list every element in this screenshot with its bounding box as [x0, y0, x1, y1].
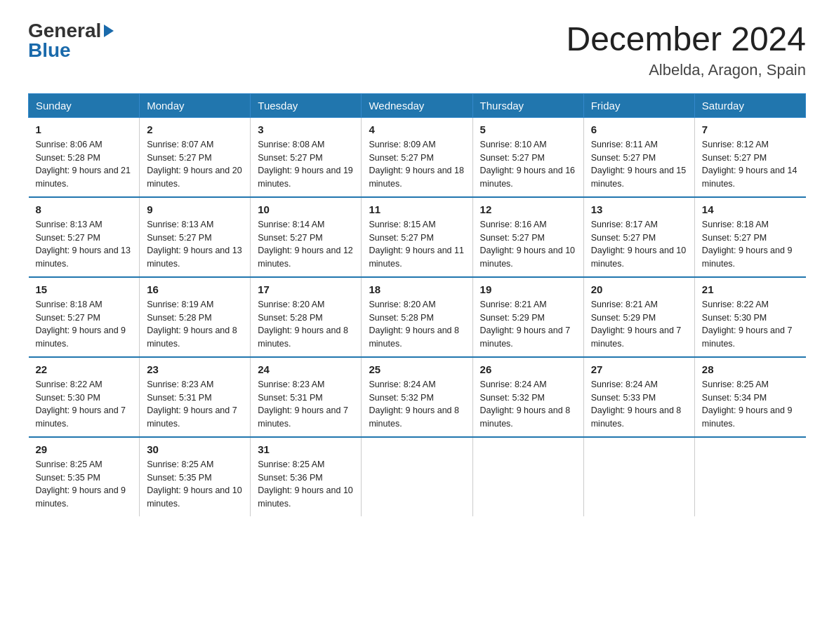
- day-number: 5: [480, 123, 576, 135]
- calendar-cell: 21 Sunrise: 8:22 AMSunset: 5:30 PMDaylig…: [694, 277, 805, 357]
- logo: General Blue: [28, 21, 114, 60]
- day-info: Sunrise: 8:07 AMSunset: 5:27 PMDaylight:…: [147, 138, 243, 191]
- day-number: 25: [369, 363, 465, 375]
- day-info: Sunrise: 8:10 AMSunset: 5:27 PMDaylight:…: [480, 138, 576, 191]
- day-number: 20: [591, 283, 687, 295]
- calendar-week-row: 29 Sunrise: 8:25 AMSunset: 5:35 PMDaylig…: [29, 437, 806, 516]
- day-info: Sunrise: 8:20 AMSunset: 5:28 PMDaylight:…: [258, 298, 354, 351]
- calendar-cell: 4 Sunrise: 8:09 AMSunset: 5:27 PMDayligh…: [362, 117, 472, 197]
- calendar-cell: [362, 437, 472, 516]
- calendar-week-row: 8 Sunrise: 8:13 AMSunset: 5:27 PMDayligh…: [29, 197, 806, 277]
- calendar-cell: 30 Sunrise: 8:25 AMSunset: 5:35 PMDaylig…: [140, 437, 251, 516]
- day-number: 31: [258, 443, 354, 455]
- day-number: 18: [369, 283, 465, 295]
- day-info: Sunrise: 8:18 AMSunset: 5:27 PMDaylight:…: [702, 218, 799, 271]
- calendar-cell: 2 Sunrise: 8:07 AMSunset: 5:27 PMDayligh…: [140, 117, 251, 197]
- day-number: 8: [36, 203, 133, 215]
- day-info: Sunrise: 8:19 AMSunset: 5:28 PMDaylight:…: [147, 298, 243, 351]
- day-number: 23: [147, 363, 243, 375]
- calendar-cell: 23 Sunrise: 8:23 AMSunset: 5:31 PMDaylig…: [140, 357, 251, 437]
- logo-blue-text: Blue: [28, 41, 71, 60]
- day-info: Sunrise: 8:13 AMSunset: 5:27 PMDaylight:…: [36, 218, 133, 271]
- day-number: 30: [147, 443, 243, 455]
- day-number: 29: [36, 443, 133, 455]
- calendar-cell: 11 Sunrise: 8:15 AMSunset: 5:27 PMDaylig…: [362, 197, 472, 277]
- calendar-cell: 27 Sunrise: 8:24 AMSunset: 5:33 PMDaylig…: [583, 357, 694, 437]
- day-info: Sunrise: 8:18 AMSunset: 5:27 PMDaylight:…: [36, 298, 133, 351]
- calendar-cell: 17 Sunrise: 8:20 AMSunset: 5:28 PMDaylig…: [251, 277, 362, 357]
- calendar-cell: 24 Sunrise: 8:23 AMSunset: 5:31 PMDaylig…: [251, 357, 362, 437]
- day-info: Sunrise: 8:23 AMSunset: 5:31 PMDaylight:…: [147, 378, 243, 431]
- day-info: Sunrise: 8:20 AMSunset: 5:28 PMDaylight:…: [369, 298, 465, 351]
- header-sunday: Sunday: [29, 93, 140, 117]
- day-info: Sunrise: 8:24 AMSunset: 5:32 PMDaylight:…: [369, 378, 465, 431]
- day-info: Sunrise: 8:22 AMSunset: 5:30 PMDaylight:…: [702, 298, 799, 351]
- day-info: Sunrise: 8:23 AMSunset: 5:31 PMDaylight:…: [258, 378, 354, 431]
- header-saturday: Saturday: [694, 93, 805, 117]
- calendar-cell: 6 Sunrise: 8:11 AMSunset: 5:27 PMDayligh…: [583, 117, 694, 197]
- day-info: Sunrise: 8:21 AMSunset: 5:29 PMDaylight:…: [591, 298, 687, 351]
- day-number: 3: [258, 123, 354, 135]
- header-friday: Friday: [583, 93, 694, 117]
- day-info: Sunrise: 8:25 AMSunset: 5:34 PMDaylight:…: [702, 378, 799, 431]
- title-section: December 2024 Albelda, Aragon, Spain: [566, 21, 806, 79]
- header-tuesday: Tuesday: [251, 93, 362, 117]
- day-info: Sunrise: 8:11 AMSunset: 5:27 PMDaylight:…: [591, 138, 687, 191]
- day-info: Sunrise: 8:12 AMSunset: 5:27 PMDaylight:…: [702, 138, 799, 191]
- calendar-cell: 18 Sunrise: 8:20 AMSunset: 5:28 PMDaylig…: [362, 277, 472, 357]
- day-number: 14: [702, 203, 799, 215]
- day-number: 1: [36, 123, 133, 135]
- day-number: 22: [36, 363, 133, 375]
- calendar-cell: 9 Sunrise: 8:13 AMSunset: 5:27 PMDayligh…: [140, 197, 251, 277]
- day-number: 6: [591, 123, 687, 135]
- calendar-cell: 25 Sunrise: 8:24 AMSunset: 5:32 PMDaylig…: [362, 357, 472, 437]
- day-info: Sunrise: 8:08 AMSunset: 5:27 PMDaylight:…: [258, 138, 354, 191]
- day-number: 10: [258, 203, 354, 215]
- day-number: 15: [36, 283, 133, 295]
- day-info: Sunrise: 8:17 AMSunset: 5:27 PMDaylight:…: [591, 218, 687, 271]
- calendar-cell: 8 Sunrise: 8:13 AMSunset: 5:27 PMDayligh…: [29, 197, 140, 277]
- calendar-cell: 29 Sunrise: 8:25 AMSunset: 5:35 PMDaylig…: [29, 437, 140, 516]
- day-number: 7: [702, 123, 799, 135]
- calendar-cell: 5 Sunrise: 8:10 AMSunset: 5:27 PMDayligh…: [472, 117, 583, 197]
- calendar-cell: 13 Sunrise: 8:17 AMSunset: 5:27 PMDaylig…: [583, 197, 694, 277]
- day-info: Sunrise: 8:14 AMSunset: 5:27 PMDaylight:…: [258, 218, 354, 271]
- day-info: Sunrise: 8:13 AMSunset: 5:27 PMDaylight:…: [147, 218, 243, 271]
- day-info: Sunrise: 8:16 AMSunset: 5:27 PMDaylight:…: [480, 218, 576, 271]
- calendar-cell: 26 Sunrise: 8:24 AMSunset: 5:32 PMDaylig…: [472, 357, 583, 437]
- day-number: 4: [369, 123, 465, 135]
- day-info: Sunrise: 8:24 AMSunset: 5:33 PMDaylight:…: [591, 378, 687, 431]
- calendar-cell: [472, 437, 583, 516]
- calendar-cell: [583, 437, 694, 516]
- calendar-cell: 22 Sunrise: 8:22 AMSunset: 5:30 PMDaylig…: [29, 357, 140, 437]
- calendar-header-row: SundayMondayTuesdayWednesdayThursdayFrid…: [29, 93, 806, 117]
- calendar-cell: 14 Sunrise: 8:18 AMSunset: 5:27 PMDaylig…: [694, 197, 805, 277]
- calendar-week-row: 15 Sunrise: 8:18 AMSunset: 5:27 PMDaylig…: [29, 277, 806, 357]
- calendar-cell: 20 Sunrise: 8:21 AMSunset: 5:29 PMDaylig…: [583, 277, 694, 357]
- day-number: 2: [147, 123, 243, 135]
- day-info: Sunrise: 8:25 AMSunset: 5:35 PMDaylight:…: [147, 458, 243, 511]
- day-info: Sunrise: 8:06 AMSunset: 5:28 PMDaylight:…: [36, 138, 133, 191]
- day-number: 11: [369, 203, 465, 215]
- calendar-cell: [694, 437, 805, 516]
- header-thursday: Thursday: [472, 93, 583, 117]
- calendar-cell: 19 Sunrise: 8:21 AMSunset: 5:29 PMDaylig…: [472, 277, 583, 357]
- calendar-cell: 16 Sunrise: 8:19 AMSunset: 5:28 PMDaylig…: [140, 277, 251, 357]
- calendar-cell: 3 Sunrise: 8:08 AMSunset: 5:27 PMDayligh…: [251, 117, 362, 197]
- day-info: Sunrise: 8:21 AMSunset: 5:29 PMDaylight:…: [480, 298, 576, 351]
- page-header: General Blue December 2024 Albelda, Arag…: [28, 21, 806, 79]
- day-number: 12: [480, 203, 576, 215]
- calendar-week-row: 1 Sunrise: 8:06 AMSunset: 5:28 PMDayligh…: [29, 117, 806, 197]
- day-info: Sunrise: 8:25 AMSunset: 5:36 PMDaylight:…: [258, 458, 354, 511]
- header-monday: Monday: [140, 93, 251, 117]
- day-number: 17: [258, 283, 354, 295]
- month-year-title: December 2024: [566, 21, 806, 58]
- day-number: 19: [480, 283, 576, 295]
- day-number: 27: [591, 363, 687, 375]
- calendar-cell: 7 Sunrise: 8:12 AMSunset: 5:27 PMDayligh…: [694, 117, 805, 197]
- day-number: 16: [147, 283, 243, 295]
- day-info: Sunrise: 8:09 AMSunset: 5:27 PMDaylight:…: [369, 138, 465, 191]
- calendar-week-row: 22 Sunrise: 8:22 AMSunset: 5:30 PMDaylig…: [29, 357, 806, 437]
- day-info: Sunrise: 8:25 AMSunset: 5:35 PMDaylight:…: [36, 458, 133, 511]
- calendar-cell: 1 Sunrise: 8:06 AMSunset: 5:28 PMDayligh…: [29, 117, 140, 197]
